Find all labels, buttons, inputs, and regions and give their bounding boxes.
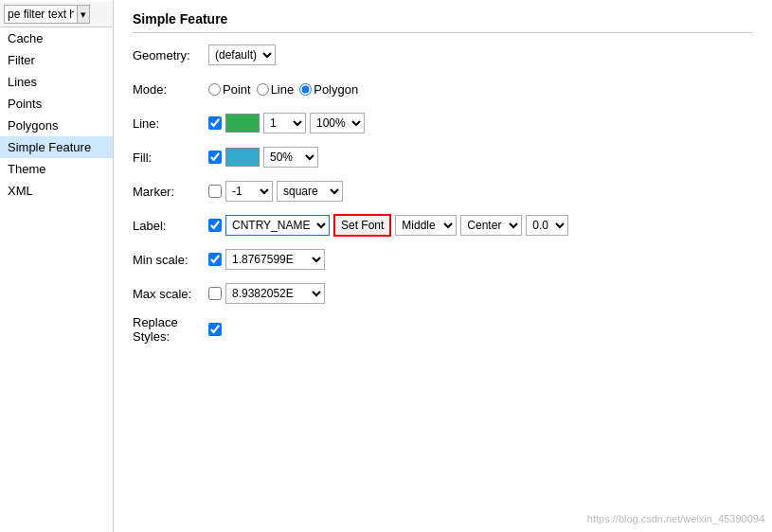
filter-bar: ▾ [0,2,113,27]
sidebar: ▾ CacheFilterLinesPointsPolygonsSimple F… [0,0,114,532]
mode-line-text: Line [271,82,295,97]
min-scale-controls: 1.8767599E [208,249,325,270]
label-field-select[interactable]: CNTRY_NAME [225,215,330,236]
line-opacity-select[interactable]: 100% 75% 50% [310,113,365,133]
max-scale-label: Max scale: [133,287,208,301]
mode-point-radio[interactable] [208,83,221,96]
marker-checkbox[interactable] [208,185,222,198]
line-width-select[interactable]: 1 2 3 [263,113,306,133]
sidebar-item-xml[interactable]: XML [0,180,113,202]
watermark: https://blog.csdn.net/weixin_45390094 [587,513,764,524]
sidebar-item-cache[interactable]: Cache [0,27,113,49]
mode-point-text: Point [223,82,251,97]
panel-title: Simple Feature [133,11,753,33]
fill-checkbox[interactable] [208,151,222,164]
min-scale-checkbox[interactable] [208,253,222,266]
mode-point-label[interactable]: Point [208,82,251,97]
mode-label: Mode: [133,82,208,97]
mode-line-radio[interactable] [257,83,269,96]
min-scale-label: Min scale: [133,253,208,267]
filter-dropdown-button[interactable]: ▾ [78,5,90,24]
mode-polygon-label[interactable]: Polygon [299,82,358,97]
mode-line-label[interactable]: Line [257,82,295,97]
label-anchor-select[interactable]: Center Left Right [460,215,522,236]
mode-polygon-text: Polygon [314,82,358,97]
marker-label: Marker: [133,185,208,199]
fill-opacity-select[interactable]: 50% 75% 100% [263,147,318,168]
replace-styles-checkbox[interactable] [208,323,222,336]
min-scale-select[interactable]: 1.8767599E [225,249,325,270]
mode-controls: Point Line Polygon [208,82,358,97]
label-label: Label: [133,219,208,233]
replace-styles-label: Replace Styles: [133,315,208,344]
geometry-select[interactable]: (default) [208,44,276,65]
sidebar-item-simple-feature[interactable]: Simple Feature [0,136,113,158]
replace-styles-controls [208,323,222,336]
marker-row: Marker: -1 0 1 square circle triangle [133,179,753,204]
mode-polygon-radio[interactable] [299,83,312,96]
sidebar-item-points[interactable]: Points [0,93,113,115]
label-controls: CNTRY_NAME Set Font Middle Top Bottom Ce… [208,214,568,237]
replace-styles-row: Replace Styles: [133,315,753,344]
fill-color-swatch[interactable] [225,148,260,167]
geometry-label: Geometry: [133,48,208,62]
label-align-select[interactable]: Middle Top Bottom [395,215,457,236]
line-checkbox[interactable] [208,116,222,130]
line-color-swatch[interactable] [225,114,260,133]
sidebar-item-filter[interactable]: Filter [0,49,113,71]
label-row: Label: CNTRY_NAME Set Font Middle Top Bo… [133,213,753,238]
max-scale-controls: 8.9382052E [208,283,325,304]
set-font-button[interactable]: Set Font [333,214,391,237]
filter-input[interactable] [4,5,78,24]
main-panel: Simple Feature Geometry: (default) Mode:… [114,0,772,532]
marker-value-select[interactable]: -1 0 1 [225,181,273,202]
label-offset-select[interactable]: 0.0 1.0 2.0 [526,215,568,236]
marker-shape-select[interactable]: square circle triangle [277,181,343,202]
sidebar-item-polygons[interactable]: Polygons [0,115,113,136]
label-checkbox[interactable] [208,219,222,232]
line-label: Line: [133,116,208,131]
marker-controls: -1 0 1 square circle triangle [208,181,343,202]
min-scale-row: Min scale: 1.8767599E [133,247,753,272]
max-scale-row: Max scale: 8.9382052E [133,281,753,306]
fill-label: Fill: [133,151,208,165]
geometry-row: Geometry: (default) [133,43,753,67]
max-scale-checkbox[interactable] [208,287,222,300]
mode-row: Mode: Point Line Polygon [133,77,753,101]
line-controls: 1 2 3 100% 75% 50% [208,113,365,133]
fill-row: Fill: 50% 75% 100% [133,145,753,169]
sidebar-item-lines[interactable]: Lines [0,71,113,93]
sidebar-item-theme[interactable]: Theme [0,158,113,180]
line-row: Line: 1 2 3 100% 75% 50% [133,111,753,135]
fill-controls: 50% 75% 100% [208,147,318,168]
geometry-controls: (default) [208,44,276,65]
max-scale-select[interactable]: 8.9382052E [225,283,325,304]
